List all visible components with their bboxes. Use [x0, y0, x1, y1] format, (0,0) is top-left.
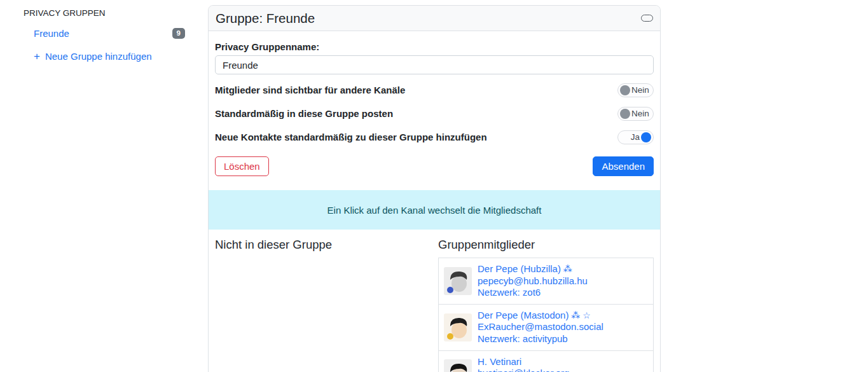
- member-name: Der Pepe (Hubzilla) ⁂: [478, 263, 588, 275]
- add-group-label: Neue Gruppe hinzufügen: [45, 51, 152, 62]
- member-name-text: Der Pepe (Mastodon): [478, 310, 568, 320]
- member-link[interactable]: H. Vetinarihvetinari@klacker.orgNetzwerk…: [478, 356, 569, 372]
- not-in-group-column: Nicht in dieser Gruppe: [215, 236, 431, 372]
- member-address: hvetinari@klacker.org: [478, 368, 569, 372]
- plus-icon: +: [34, 51, 40, 62]
- member-avatar[interactable]: [444, 313, 472, 341]
- group-edit-panel: Gruppe: Freunde Privacy Gruppenname: Mit…: [208, 5, 661, 372]
- setting-label: Mitglieder sind sichtbar für andere Kanä…: [215, 85, 405, 95]
- delete-button[interactable]: Löschen: [215, 156, 269, 176]
- group-count-badge: 9: [172, 28, 185, 39]
- toggle-outline-icon[interactable]: [641, 15, 653, 22]
- setting-label: Neue Kontakte standardmäßig zu dieser Gr…: [215, 132, 487, 142]
- settings-list: Mitglieder sind sichtbar für andere Kanä…: [215, 78, 654, 149]
- group-link[interactable]: Freunde: [34, 28, 69, 39]
- member-name-text: Der Pepe (Hubzilla): [478, 263, 561, 274]
- membership-columns: Nicht in dieser Gruppe Gruppenmitglieder…: [209, 230, 660, 372]
- sidebar: PRIVACY GRUPPEN Freunde 9 + Neue Gruppe …: [0, 0, 208, 372]
- toggle-knob-icon: [620, 109, 630, 119]
- asterism-icon: ⁂: [561, 264, 572, 274]
- member-name: Der Pepe (Mastodon) ⁂ ☆: [478, 310, 603, 322]
- group-name-input[interactable]: [215, 55, 654, 74]
- members-column: Gruppenmitglieder Der Pepe (Hubzilla) ⁂p…: [438, 236, 654, 372]
- member-name-text: H. Vetinari: [478, 356, 521, 367]
- member-name: H. Vetinari: [478, 356, 569, 368]
- panel-title: Gruppe: Freunde: [216, 11, 315, 26]
- sidebar-heading: PRIVACY GRUPPEN: [24, 8, 106, 18]
- member-address: pepecyb@hub.hubzilla.hu: [478, 275, 588, 287]
- asterism-icon-and-star-outline-icon: ⁂ ☆: [568, 310, 590, 320]
- member-link[interactable]: Der Pepe (Hubzilla) ⁂pepecyb@hub.hubzill…: [478, 263, 588, 299]
- privacy-groups-page: PRIVACY GRUPPEN Freunde 9 + Neue Gruppe …: [0, 0, 868, 372]
- members-list: Der Pepe (Hubzilla) ⁂pepecyb@hub.hubzill…: [438, 258, 654, 372]
- membership-hint-banner: Ein Klick auf den Kanal wechselt die Mit…: [209, 190, 660, 230]
- group-form: Privacy Gruppenname: Mitglieder sind sic…: [209, 31, 660, 183]
- setting-label: Standardmäßig in diese Gruppe posten: [215, 108, 393, 119]
- setting-toggle[interactable]: Ja: [617, 130, 654, 144]
- form-actions: Löschen Absenden: [215, 156, 654, 176]
- member-item[interactable]: Der Pepe (Mastodon) ⁂ ☆ExRaucher@mastodo…: [438, 304, 654, 351]
- setting-toggle[interactable]: Nein: [617, 83, 654, 97]
- toggle-value-label: Nein: [630, 85, 651, 95]
- member-network: Netzwerk: activitypub: [478, 333, 603, 345]
- member-address: ExRaucher@mastodon.social: [478, 321, 603, 333]
- setting-row: Neue Kontakte standardmäßig zu dieser Gr…: [215, 125, 654, 149]
- toggle-knob-icon: [620, 85, 630, 95]
- group-name-label: Privacy Gruppenname:: [215, 41, 654, 52]
- setting-row: Standardmäßig in diese Gruppe postenNein: [215, 102, 654, 125]
- toggle-knob-icon: [641, 132, 651, 142]
- not-in-group-heading: Nicht in dieser Gruppe: [215, 238, 431, 252]
- sidebar-item-group[interactable]: Freunde 9: [34, 28, 185, 39]
- member-item[interactable]: Der Pepe (Hubzilla) ⁂pepecyb@hub.hubzill…: [438, 258, 654, 305]
- members-heading: Gruppenmitglieder: [438, 238, 654, 252]
- member-link[interactable]: Der Pepe (Mastodon) ⁂ ☆ExRaucher@mastodo…: [478, 310, 603, 345]
- setting-toggle[interactable]: Nein: [617, 107, 654, 121]
- submit-button[interactable]: Absenden: [593, 156, 654, 176]
- setting-row: Mitglieder sind sichtbar für andere Kanä…: [215, 78, 654, 102]
- member-item[interactable]: H. Vetinarihvetinari@klacker.orgNetzwerk…: [438, 350, 654, 372]
- panel-header: Gruppe: Freunde: [209, 6, 660, 31]
- toggle-value-label: Ja: [630, 132, 641, 142]
- toggle-value-label: Nein: [630, 109, 651, 118]
- member-network: Netzwerk: zot6: [478, 287, 588, 299]
- add-group-button[interactable]: + Neue Gruppe hinzufügen: [34, 51, 152, 62]
- member-avatar[interactable]: [444, 267, 472, 295]
- member-avatar[interactable]: [444, 359, 472, 372]
